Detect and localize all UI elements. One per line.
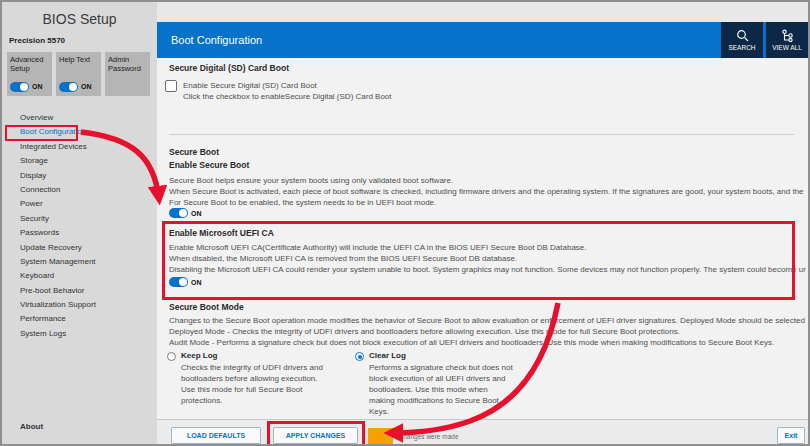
changes-warning-icon [368,428,393,444]
page-header: Boot Configuration SEARCH VIEW ALL [157,22,808,58]
help-text-card[interactable]: Help Text ON [56,52,101,96]
model-name: Precision 5570 [9,36,65,45]
enable-secure-boot-title: Enable Secure Boot [169,160,249,170]
sd-card-section-title: Secure Digital (SD) Card Boot [169,63,289,73]
app-title: BIOS Setup [2,11,157,27]
uefi-ca-desc-line: Enable Microsoft UEFI CA(Certificate Aut… [169,243,587,252]
keep-log-desc-line: Checks the integrity of UDFI drivers and [181,363,323,372]
clear-log-desc-line: making modifications to Secure Boot [369,396,499,405]
sidebar-item-system-management[interactable]: System Management [20,257,96,271]
uefi-ca-toggle[interactable] [169,277,188,287]
changes-note: changes were made [400,433,459,440]
search-button-label: SEARCH [728,44,755,51]
secure-boot-mode-title: Secure Boot Mode [169,302,244,312]
clear-log-desc-line: block execution of all UEFI drivers and [369,374,506,383]
content-pane: Boot Configuration SEARCH VIEW ALL Secur… [157,2,808,444]
uefi-ca-section-title: Enable Microsoft UEFI CA [169,228,274,238]
sidebar-item-boot-configuration[interactable]: Boot Configuration [20,127,96,141]
sidebar: BIOS Setup Precision 5570 Advanced Setup… [2,2,157,444]
view-all-button[interactable]: VIEW ALL [766,22,808,58]
secure-boot-toggle[interactable] [169,208,188,218]
section-divider [169,134,794,135]
secure-boot-desc-line: For Secure Boot to be enabled, the syste… [169,198,436,207]
advanced-setup-card[interactable]: Advanced Setup ON [7,52,52,96]
view-all-icon [781,29,794,42]
clear-log-desc-line: bootloaders. Use this mode when [369,385,488,394]
uefi-ca-toggle-state: ON [191,279,202,286]
clear-log-label[interactable]: Clear Log [369,351,406,360]
apply-changes-button[interactable]: APPLY CHANGES [273,427,358,444]
admin-password-card[interactable]: Admin Password [105,52,150,96]
secure-boot-mode-line: Audit Mode - Performs a signature check … [169,338,774,347]
admin-password-label: Admin Password [108,55,141,73]
view-all-button-label: VIEW ALL [772,44,802,51]
sidebar-item-passwords[interactable]: Passwords [20,228,96,242]
advanced-setup-toggle-state: ON [32,83,43,92]
sd-card-checkbox-label[interactable]: Enable Secure Digital (SD) Card Boot [183,81,317,90]
secure-boot-mode-line: Changes to the Secure Boot operation mod… [169,316,806,325]
sidebar-item-security[interactable]: Security [20,214,96,228]
clear-log-desc-line: Keys. [369,407,389,416]
sidebar-item-overview[interactable]: Overview [20,113,96,127]
search-icon [736,29,749,42]
keep-log-desc-line: Use this mode for full Secure Boot [181,385,302,394]
sidebar-item-power[interactable]: Power [20,199,96,213]
bios-setup-window: BIOS Setup Precision 5570 Advanced Setup… [0,0,810,446]
secure-boot-toggle-state: ON [191,210,202,217]
sidebar-item-integrated-devices[interactable]: Integrated Devices [20,142,96,156]
keep-log-desc-line: protections. [181,396,222,405]
clear-log-radio[interactable] [355,352,364,361]
advanced-setup-toggle[interactable] [10,82,29,92]
sidebar-item-virtualization-support[interactable]: Virtualization Support [20,300,96,314]
page-title: Boot Configuration [157,34,262,46]
secure-boot-section-title: Secure Boot [169,147,219,157]
secure-boot-desc-line: Secure Boot helps ensure your system boo… [169,176,453,185]
sidebar-item-keyboard[interactable]: Keyboard [20,271,96,285]
keep-log-radio[interactable] [167,352,176,361]
help-text-toggle-state: ON [81,83,92,92]
sidebar-item-connection[interactable]: Connection [20,185,96,199]
uefi-ca-desc-line: Disabling the Microsoft UEFI CA could re… [169,265,806,274]
sd-card-checkbox-help: Click the checkbox to enableSecure Digit… [183,92,392,101]
sd-card-boot-checkbox[interactable] [165,80,177,92]
secure-boot-desc-line: When Secure Boot is activated, each piec… [169,187,806,196]
sidebar-item-storage[interactable]: Storage [20,156,96,170]
sidebar-nav: Overview Boot Configuration Integrated D… [20,113,96,343]
sidebar-item-update-recovery[interactable]: Update Recovery [20,243,96,257]
advanced-setup-label: Advanced Setup [10,55,43,73]
load-defaults-button[interactable]: LOAD DEFAULTS [171,427,261,444]
footer-bar: LOAD DEFAULTS APPLY CHANGES changes were… [157,419,808,444]
sidebar-item-system-logs[interactable]: System Logs [20,329,96,343]
top-strip [157,2,808,22]
sidebar-item-pre-boot-behavior[interactable]: Pre-boot Behavior [20,286,96,300]
uefi-ca-desc-line: When disabled, the Microsoft UEFI CA is … [169,254,517,263]
help-text-toggle[interactable] [59,82,78,92]
sidebar-item-performance[interactable]: Performance [20,314,96,328]
keep-log-desc-line: bootloaders before allowing execution. [181,374,318,383]
quick-setting-cards: Advanced Setup ON Help Text ON Admin Pas… [7,52,150,96]
exit-button[interactable]: Exit [777,427,805,444]
sidebar-item-about[interactable]: About [20,422,43,431]
search-button[interactable]: SEARCH [721,22,763,58]
secure-boot-mode-line: Deployed Mode - Checks the integrity of … [169,327,680,336]
keep-log-label[interactable]: Keep Log [181,351,217,360]
clear-log-desc-line: Performs a signature check but does not [369,363,513,372]
help-text-label: Help Text [59,55,90,64]
sidebar-item-display[interactable]: Display [20,171,96,185]
